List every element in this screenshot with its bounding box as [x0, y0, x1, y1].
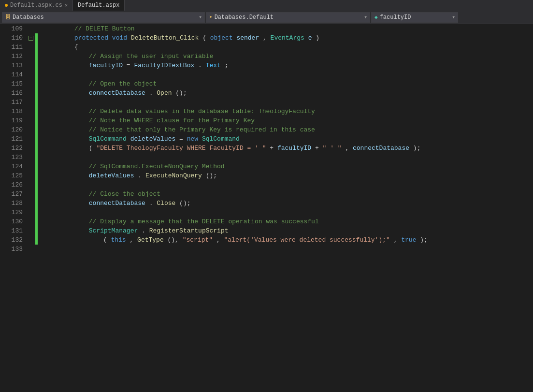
string-delete-query: "DELETE TheologyFaculty WHERE FacultyID … [96, 145, 266, 152]
line-num-121: 121 [0, 134, 23, 144]
gutter: − [27, 24, 35, 392]
var-deletevalues-2: deleteValues [89, 172, 134, 179]
line-num-120: 120 [0, 125, 23, 134]
gutter-119 [27, 116, 35, 125]
code-line-109: // DELETE Button [42, 24, 533, 33]
code-line-125: deleteValues . ExecuteNonQuery (); [42, 171, 533, 180]
tab-label: Default.aspx.cs [10, 2, 62, 9]
gutter-115 [27, 79, 35, 88]
line-num-112: 112 [0, 52, 23, 61]
gutter-130 [27, 217, 35, 226]
code-line-119: // Note the WHERE clause for the Primary… [42, 116, 533, 125]
gutter-113 [27, 61, 35, 70]
var-textbox: FacultyIDTextBox [134, 62, 194, 69]
gutter-126 [27, 180, 35, 189]
line-num-130: 130 [0, 217, 23, 226]
code-line-132: ( this , GetType (), "script" , "alert('… [42, 235, 533, 245]
method-deletebutton: DeleteButton_Click [131, 34, 199, 42]
comment-119: // Note the WHERE clause for the Primary… [89, 117, 255, 124]
dot-indicator [5, 4, 8, 7]
collapse-button-110[interactable]: − [29, 36, 33, 41]
line-numbers: 109 110 111 112 113 114 115 116 117 118 … [0, 24, 27, 392]
type-sqlcommand-new: SqlCommand [202, 135, 240, 143]
code-line-128: connectDatabase . Close (); [42, 199, 533, 208]
line-num-109: 109 [0, 24, 23, 33]
var-deletevalues: deleteValues [130, 135, 176, 143]
code-line-121: SqlCommand deleteValues = new SqlCommand [42, 134, 533, 144]
code-line-127: // Close the object [42, 189, 533, 199]
chevron-down-icon: ▼ [199, 15, 202, 19]
comment-120: // Notice that only the Primary Key is r… [89, 126, 315, 133]
string-script: "script" [183, 236, 213, 244]
code-line-130: // Display a message that the DELETE ope… [42, 217, 533, 226]
comment-118: // Delete data values in the database ta… [89, 108, 315, 115]
code-line-118: // Delete data values in the database ta… [42, 107, 533, 116]
code-line-129 [42, 208, 533, 217]
gutter-131 [27, 226, 35, 235]
line-num-115: 115 [0, 79, 23, 88]
line-num-126: 126 [0, 180, 23, 189]
line-num-127: 127 [0, 189, 23, 199]
comment-112: // Assign the user input variable [89, 53, 213, 60]
code-line-112: // Assign the user input variable [42, 52, 533, 61]
gutter-111 [27, 43, 35, 52]
gutter-118 [27, 107, 35, 116]
string-alert: "alert('Values were deleted successfully… [224, 236, 390, 244]
keyword-this: this [111, 236, 126, 244]
var-facultyid-2: facultyID [277, 145, 311, 152]
param-e: e [308, 34, 312, 42]
code-line-122: ( "DELETE TheologyFaculty WHERE FacultyI… [42, 144, 533, 153]
var-facultyid: facultyID [89, 62, 123, 69]
line-num-132: 132 [0, 235, 23, 245]
string-quote-end: " ' " [323, 145, 342, 152]
dropdown-databases[interactable]: 🗄 Databases ▼ [2, 12, 205, 23]
gutter-122 [27, 144, 35, 153]
comment-124: // SqlCommand.ExecuteNonQuery Method [89, 163, 225, 170]
comment-109: // DELETE Button [74, 25, 135, 32]
code-line-111: { [42, 43, 533, 52]
keyword-void: void [112, 34, 127, 42]
dropdown-faculty[interactable]: ◆ facultyID ▼ [371, 12, 458, 23]
line-num-119: 119 [0, 116, 23, 125]
gutter-125 [27, 171, 35, 180]
type-eventargs: EventArgs [271, 34, 304, 42]
line-num-118: 118 [0, 107, 23, 116]
var-connect: connectDatabase [89, 89, 145, 97]
method-execute: ExecuteNonQuery [145, 172, 202, 179]
prop-text: Text [206, 62, 221, 69]
gutter-110[interactable]: − [27, 33, 35, 43]
comment-130: // Display a message that the DELETE ope… [89, 218, 319, 225]
gutter-120 [27, 125, 35, 134]
gutter-132 [27, 235, 35, 245]
var-connect-3: connectDatabase [89, 200, 145, 207]
close-icon[interactable]: ✕ [65, 2, 68, 8]
dropdown-default[interactable]: ➤ Databases.Default ▼ [206, 12, 370, 23]
code-line-110: protected void DeleteButton_Click ( obje… [42, 33, 533, 43]
code-line-126 [42, 180, 533, 189]
code-line-114 [42, 70, 533, 79]
line-num-114: 114 [0, 70, 23, 79]
dropdown-faculty-label: facultyID [380, 14, 411, 21]
tab-aspx[interactable]: Default.aspx [73, 0, 125, 11]
title-bar: Default.aspx.cs ✕ Default.aspx [0, 0, 533, 11]
code-line-124: // SqlCommand.ExecuteNonQuery Method [42, 162, 533, 171]
line-num-131: 131 [0, 226, 23, 235]
code-line-116: connectDatabase . Open (); [42, 88, 533, 98]
line-num-124: 124 [0, 162, 23, 171]
code-line-117 [42, 98, 533, 107]
tab-label-aspx: Default.aspx [78, 2, 119, 9]
code-line-131: ScriptManager . RegisterStartupScript [42, 226, 533, 235]
code-line-120: // Notice that only the Primary Key is r… [42, 125, 533, 134]
method-close: Close [157, 200, 175, 207]
gutter-133 [27, 245, 35, 254]
arrow-icon: ➤ [209, 14, 213, 20]
type-scriptmanager: ScriptManager [89, 227, 138, 234]
line-num-117: 117 [0, 98, 23, 107]
code-content[interactable]: // DELETE Button protected void DeleteBu… [38, 24, 533, 392]
method-open: Open [157, 89, 172, 97]
keyword-protected: protected [74, 34, 108, 42]
tab-css[interactable]: Default.aspx.cs ✕ [0, 0, 73, 11]
chevron-down-icon-3: ▼ [452, 15, 455, 19]
gutter-116 [27, 88, 35, 98]
dropdown-databases-label: Databases [13, 14, 44, 21]
